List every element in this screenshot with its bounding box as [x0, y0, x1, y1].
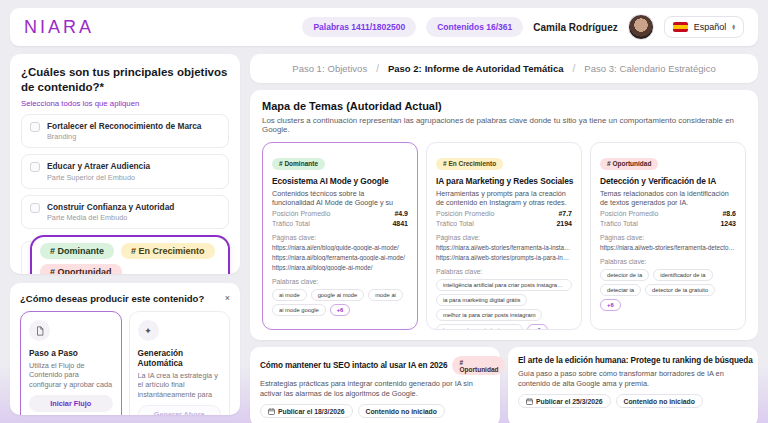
- keywords-more-pill[interactable]: +6: [527, 324, 548, 330]
- page-link[interactable]: https://niara.ai/web-stories/prompts-ia-…: [436, 254, 572, 261]
- language-select[interactable]: Español ▴▾: [664, 16, 744, 38]
- keyword-pill[interactable]: detector de ia: [600, 269, 649, 281]
- keyword-pill[interactable]: ia para marketing digital grátis: [436, 294, 527, 306]
- start-flow-button[interactable]: Iniciar Flujo: [29, 395, 113, 412]
- pages-label: Páginas clave:: [600, 234, 736, 241]
- page-link[interactable]: https://niara.ai/blog/google-ai-mode/: [272, 264, 408, 271]
- app-canvas: NIARA Palabras 1411/1802500 Contenidos 1…: [0, 0, 768, 423]
- keyword-pill[interactable]: ai mode: [272, 289, 307, 301]
- article-title: El arte de la edición humana: Protege tu…: [518, 356, 753, 365]
- objectives-title: ¿Cuáles son tus principales objetivos de…: [21, 65, 229, 95]
- keyword-pill[interactable]: mode ai: [368, 289, 403, 301]
- production-card-description: La IA crea la estrategia y el artículo f…: [138, 371, 222, 400]
- objective-option-educate[interactable]: Educar y Atraer Audiencia Parte Superior…: [21, 154, 229, 188]
- objective-sublabel: Parte Media del Embudo: [47, 213, 174, 222]
- step-2[interactable]: Paso 2:Informe de Autoridad Temática: [388, 63, 564, 74]
- cluster-card-marketing[interactable]: # En Crecimiento IA para Marketing y Red…: [426, 142, 582, 330]
- keyword-pill[interactable]: detectar ia: [600, 284, 641, 296]
- keyword-pill[interactable]: google ai mode: [311, 289, 365, 301]
- position-value: #8.6: [722, 210, 736, 217]
- objective-sublabel: Branding: [47, 132, 201, 141]
- cluster-description: Contenidos técnicos sobre la funcionalid…: [272, 189, 408, 207]
- topic-map-description: Los clusters a continuación representan …: [262, 116, 746, 134]
- step-3[interactable]: Paso 3:Calendario Estratégico: [584, 63, 715, 74]
- user-name: Camila Rodríguez: [533, 22, 617, 33]
- legend-tag-crecimiento[interactable]: # En Crecimiento: [121, 243, 215, 259]
- position-label: Posición Promedio: [436, 210, 494, 217]
- language-label: Español: [694, 22, 727, 32]
- objective-label: Construir Confianza y Autoridad: [47, 202, 174, 212]
- traffic-label: Tráfico Total: [600, 220, 638, 227]
- keyword-pill[interactable]: detector de ia gratuito: [645, 284, 715, 296]
- articles-row: Cómo mantener tu SEO intacto al usar IA …: [250, 347, 758, 423]
- close-icon[interactable]: ×: [225, 294, 230, 303]
- cluster-card-deteccion[interactable]: # Oportunidad Detección y Verificación d…: [590, 142, 746, 330]
- niara-logo: NIARA: [24, 17, 94, 38]
- position-value: #4.9: [394, 210, 408, 217]
- page-link[interactable]: https://niara.ai/web-stories/ferramenta-…: [600, 244, 736, 251]
- keywords-label: Palabras clave:: [600, 258, 736, 265]
- topic-map-title: Mapa de Temas (Autoridad Actual): [262, 100, 746, 112]
- objective-label: Fortalecer el Reconocimiento de Marca: [47, 121, 201, 131]
- cluster-description: Temas relacionados con la identificación…: [600, 189, 736, 207]
- production-title: ¿Cómo deseas producir este contenido?: [20, 293, 204, 304]
- objective-option-trust[interactable]: Construir Confianza y Autoridad Parte Me…: [21, 195, 229, 229]
- keywords-label: Palabras clave:: [436, 268, 572, 275]
- cluster-title: IA para Marketing y Redes Sociales: [436, 176, 572, 186]
- page-link[interactable]: https://niara.ai/en/blog/guide-google-ai…: [272, 244, 408, 251]
- production-card-title: Generación Automática: [138, 348, 222, 368]
- chevron-up-down-icon: ▴▾: [732, 24, 735, 30]
- content-status-badge: Contenido no iniciado: [616, 394, 703, 408]
- legend-overlay-zone: # Dominante # En Crecimiento # Oportunid…: [21, 235, 229, 274]
- objectives-panel: ¿Cuáles son tus principales objetivos de…: [10, 54, 240, 274]
- keyword-pill[interactable]: identificador de ia: [653, 269, 712, 281]
- calendar-icon: [268, 408, 275, 415]
- user-avatar[interactable]: [628, 14, 654, 40]
- pages-label: Páginas clave:: [436, 234, 572, 241]
- production-card-paso-a-paso[interactable]: Paso a Paso Utiliza el Flujo de Contenid…: [20, 311, 122, 415]
- checkbox-icon[interactable]: [30, 203, 40, 213]
- contents-count-badge: Contenidos 16/361: [426, 17, 523, 37]
- content-status-badge: Contenido no iniciado: [358, 404, 445, 418]
- objective-option-branding[interactable]: Fortalecer el Reconocimiento de Marca Br…: [21, 114, 229, 148]
- article-description: Estrategias prácticas para integrar cont…: [260, 379, 490, 398]
- sidebar: ¿Cuáles son tus principales objetivos de…: [10, 54, 240, 415]
- cluster-legend-box: # Dominante # En Crecimiento # Oportunid…: [30, 235, 230, 274]
- keyword-pill[interactable]: inteligência artificial para criar posts…: [436, 279, 572, 291]
- topic-map-panel: Mapa de Temas (Autoridad Actual) Los clu…: [250, 90, 758, 340]
- article-tag: # Oportunidad: [452, 356, 505, 375]
- traffic-label: Tráfico Total: [272, 220, 310, 227]
- legend-tag-oportunidad[interactable]: # Oportunidad: [40, 264, 122, 274]
- cluster-card-ai-mode[interactable]: # Dominante Ecosistema AI Mode y Google …: [262, 142, 418, 330]
- production-card-description: Utiliza el Flujo de Contenido para confi…: [29, 361, 113, 390]
- position-value: #7.7: [558, 210, 572, 217]
- step-separator: /: [573, 63, 576, 74]
- checkbox-icon[interactable]: [30, 162, 40, 172]
- production-card-title: Paso a Paso: [29, 348, 113, 358]
- page-link[interactable]: https://niara.ai/web-stories/ferramenta-…: [436, 244, 572, 251]
- cluster-title: Detección y Verificación de IA: [600, 176, 736, 186]
- step-1[interactable]: Paso 1:Objetivos: [292, 63, 367, 74]
- page-link[interactable]: https://niara.ai/blog/ferramenta-google-…: [272, 254, 408, 261]
- objective-sublabel: Parte Superior del Embudo: [47, 173, 150, 182]
- keyword-pill[interactable]: melhor ia para criar posts instagram: [436, 309, 542, 321]
- article-description: Guía paso a paso sobre cómo transformar …: [518, 369, 748, 388]
- generate-now-button[interactable]: Generar Ahora: [138, 405, 222, 415]
- traffic-value: 4841: [392, 220, 408, 227]
- cluster-title: Ecosistema AI Mode y Google: [272, 176, 408, 186]
- keyword-pill[interactable]: ia para criar posts instagram: [436, 324, 523, 330]
- pages-label: Páginas clave:: [272, 234, 408, 241]
- article-card-edicion-humana[interactable]: El arte de la edición humana: Protege tu…: [508, 347, 758, 423]
- position-label: Posición Promedio: [272, 210, 330, 217]
- checkbox-icon[interactable]: [30, 122, 40, 132]
- keywords-more-pill[interactable]: +6: [600, 299, 621, 311]
- keyword-pill[interactable]: ai mode google: [272, 304, 326, 316]
- keywords-more-pill[interactable]: +6: [330, 304, 351, 316]
- step-separator: /: [376, 63, 379, 74]
- article-card-seo-intacto[interactable]: Cómo mantener tu SEO intacto al usar IA …: [250, 347, 500, 423]
- traffic-value: 2194: [556, 220, 572, 227]
- production-card-automatica[interactable]: ✦ Generación Automática La IA crea la es…: [129, 311, 231, 415]
- words-count-badge: Palabras 1411/1802500: [302, 17, 416, 37]
- legend-tag-dominante[interactable]: # Dominante: [40, 243, 114, 259]
- publish-date-badge: Publicar el 18/3/2026: [260, 404, 353, 418]
